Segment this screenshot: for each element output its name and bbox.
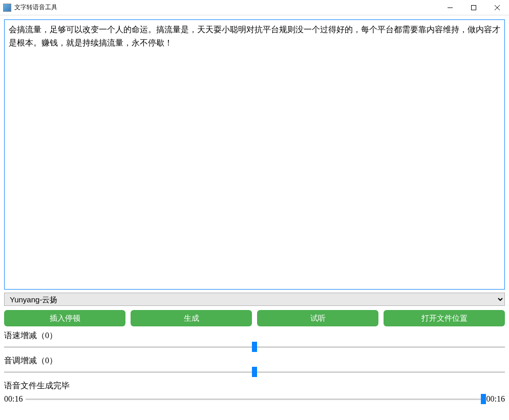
pitch-slider[interactable] (4, 367, 505, 377)
playback-slider[interactable] (26, 394, 483, 404)
app-icon (3, 4, 11, 12)
app-window: 文字转语音工具 Yunyang-云扬 插入停顿 生成 试听 打开文件位置 语速增 (0, 0, 509, 420)
window-title: 文字转语音工具 (14, 3, 57, 12)
total-time: 00:16 (486, 394, 505, 404)
minimize-button[interactable] (438, 0, 462, 15)
close-button[interactable] (485, 0, 509, 15)
pitch-label: 音调增减（0） (4, 356, 505, 366)
playback-thumb[interactable] (481, 394, 486, 404)
open-folder-button[interactable]: 打开文件位置 (384, 310, 505, 326)
voice-select[interactable]: Yunyang-云扬 (4, 293, 505, 306)
minimize-icon (448, 5, 453, 10)
close-icon (495, 5, 500, 10)
speed-slider[interactable] (4, 342, 505, 351)
speed-slider-section: 语速增减（0） (4, 330, 505, 351)
pitch-slider-section: 音调增减（0） (4, 356, 505, 377)
current-time: 00:16 (4, 394, 23, 404)
content-area: Yunyang-云扬 插入停顿 生成 试听 打开文件位置 语速增减（0） 音调增… (0, 15, 509, 420)
action-button-row: 插入停顿 生成 试听 打开文件位置 (4, 310, 505, 326)
generate-button[interactable]: 生成 (131, 310, 252, 326)
pitch-thumb[interactable] (252, 367, 257, 377)
window-controls (438, 0, 509, 15)
preview-button[interactable]: 试听 (257, 310, 378, 326)
insert-pause-button[interactable]: 插入停顿 (4, 310, 125, 326)
speed-thumb[interactable] (252, 342, 257, 352)
text-input[interactable] (4, 19, 505, 290)
status-text: 语音文件生成完毕 (4, 381, 505, 391)
speed-label: 语速增减（0） (4, 330, 505, 341)
titlebar-left: 文字转语音工具 (0, 3, 57, 12)
maximize-icon (471, 5, 476, 10)
titlebar: 文字转语音工具 (0, 0, 509, 15)
maximize-button[interactable] (462, 0, 485, 15)
playback-track-line (26, 399, 483, 400)
svg-rect-1 (472, 5, 476, 10)
playback-row: 00:16 00:16 (4, 394, 505, 404)
